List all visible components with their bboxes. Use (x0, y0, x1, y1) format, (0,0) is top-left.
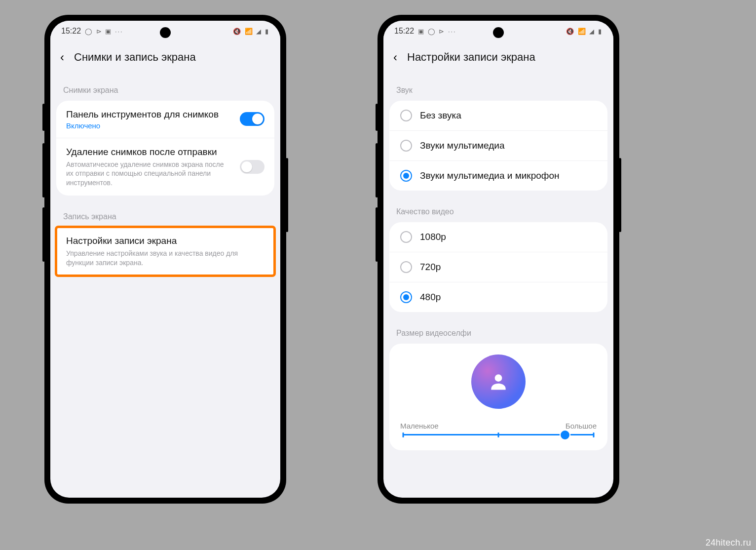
row-state-label: Включено (66, 121, 232, 130)
status-time: 15:22 (61, 27, 81, 36)
page-title: Настройки записи экрана (407, 51, 535, 64)
sound-option[interactable]: Звуки мультимедиа и микрофон (389, 160, 607, 191)
side-button (42, 143, 45, 197)
side-button (286, 158, 288, 232)
row-title: Настройки записи экрана (66, 235, 265, 247)
radio-label: Без звука (420, 110, 461, 121)
side-button (619, 158, 621, 232)
svg-point-0 (495, 374, 502, 382)
radio-icon[interactable] (400, 140, 412, 152)
side-button (42, 207, 45, 262)
toggle-screenshot-toolbar[interactable] (240, 112, 265, 126)
row-delete-after-send[interactable]: Удаление снимков после отправки Автомати… (56, 138, 274, 196)
screen-left: 15:22 ◯ ⊳ ▣ ··· 🔇 📶 ◢ ▮ ‹ Снимки и запис… (50, 21, 280, 498)
status-right-icons: 🔇 📶 ◢ ▮ (233, 28, 269, 35)
section-label-sound: Звук (383, 73, 613, 101)
radio-icon[interactable] (400, 261, 412, 273)
side-button (376, 104, 378, 131)
toggle-delete-after-send[interactable] (240, 160, 265, 174)
radio-label: 720p (420, 261, 441, 273)
page-title: Снимки и запись экрана (74, 51, 196, 64)
quality-option[interactable]: 480p (389, 282, 607, 312)
row-desc: Управление настройками звука и качества … (66, 249, 265, 268)
quality-option[interactable]: 1080p (389, 222, 607, 252)
screen-right: 15:22 ▣ ◯ ⊳ ··· 🔇 📶 ◢ ▮ ‹ Настройки запи… (383, 21, 613, 498)
slider-thumb[interactable] (561, 431, 569, 439)
radio-icon[interactable] (400, 110, 412, 121)
section-label-screenshots: Снимки экрана (50, 73, 280, 101)
radio-label: Звуки мультимедиа (420, 140, 505, 152)
status-left-icons: ▣ ◯ ⊳ ··· (418, 28, 456, 35)
settings-card-selfie-size: Маленькое Большое (389, 344, 607, 450)
section-label-quality: Качество видео (383, 195, 613, 222)
radio-icon[interactable] (400, 291, 412, 303)
row-desc: Автоматическое удаление снимков экрана п… (66, 160, 232, 188)
status-time: 15:22 (394, 27, 414, 36)
title-bar: ‹ Снимки и запись экрана (50, 41, 280, 73)
sound-option[interactable]: Звуки мультимедиа (389, 130, 607, 160)
slider-track[interactable] (403, 434, 594, 435)
radio-icon[interactable] (400, 170, 412, 182)
title-bar: ‹ Настройки записи экрана (383, 41, 613, 73)
settings-card-sound: Без звукаЗвуки мультимедиаЗвуки мультиме… (389, 101, 607, 191)
side-button (42, 104, 45, 131)
row-title: Удаление снимков после отправки (66, 146, 232, 158)
settings-card-quality: 1080p720p480p (389, 222, 607, 312)
sound-option[interactable]: Без звука (389, 101, 607, 130)
radio-label: 480p (420, 291, 441, 303)
status-left-icons: ◯ ⊳ ▣ ··· (85, 28, 123, 35)
quality-option[interactable]: 720p (389, 252, 607, 282)
section-label-selfie: Размер видеоселфи (383, 316, 613, 344)
row-recording-settings[interactable]: Настройки записи экрана Управление настр… (56, 227, 274, 275)
row-title: Панель инструментов для снимков (66, 109, 232, 120)
phone-left-mockup: 15:22 ◯ ⊳ ▣ ··· 🔇 📶 ◢ ▮ ‹ Снимки и запис… (44, 15, 286, 504)
back-icon[interactable]: ‹ (60, 50, 64, 64)
side-button (376, 143, 378, 197)
slider-min-label: Маленькое (400, 422, 439, 430)
selfie-size-slider[interactable]: Маленькое Большое (400, 422, 597, 435)
radio-icon[interactable] (400, 231, 412, 243)
front-camera-icon (160, 27, 171, 38)
slider-max-label: Большое (566, 422, 597, 430)
back-icon[interactable]: ‹ (393, 50, 397, 64)
side-button (376, 207, 378, 262)
front-camera-icon (493, 27, 504, 38)
row-screenshot-toolbar[interactable]: Панель инструментов для снимков Включено (56, 101, 274, 138)
status-right-icons: 🔇 📶 ◢ ▮ (566, 28, 603, 35)
settings-card-recording: Настройки записи экрана Управление настр… (56, 227, 274, 275)
avatar-icon (471, 354, 526, 409)
radio-label: 1080p (420, 231, 446, 243)
radio-label: Звуки мультимедиа и микрофон (420, 170, 560, 182)
section-label-recording: Запись экрана (50, 199, 280, 227)
settings-card-screenshots: Панель инструментов для снимков Включено… (56, 101, 274, 196)
watermark: 24hitech.ru (706, 538, 751, 548)
phone-right-mockup: 15:22 ▣ ◯ ⊳ ··· 🔇 📶 ◢ ▮ ‹ Настройки запи… (378, 15, 619, 504)
